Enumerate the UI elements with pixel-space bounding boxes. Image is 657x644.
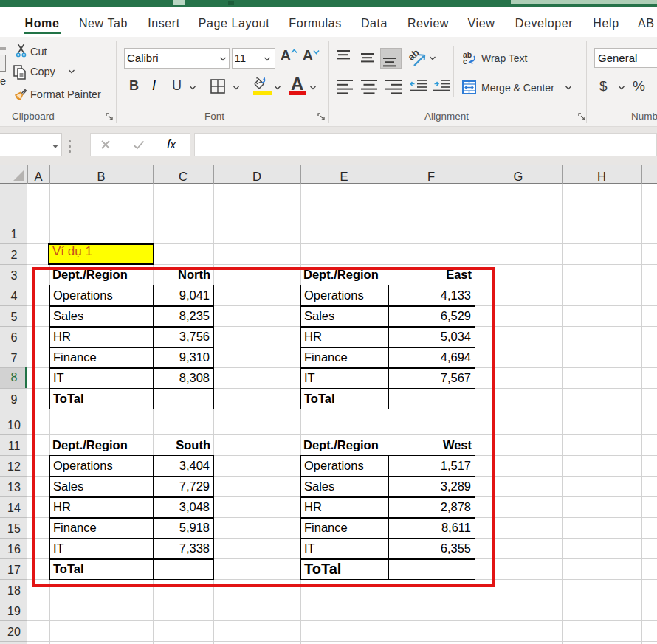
- svg-text:c: c: [463, 57, 467, 65]
